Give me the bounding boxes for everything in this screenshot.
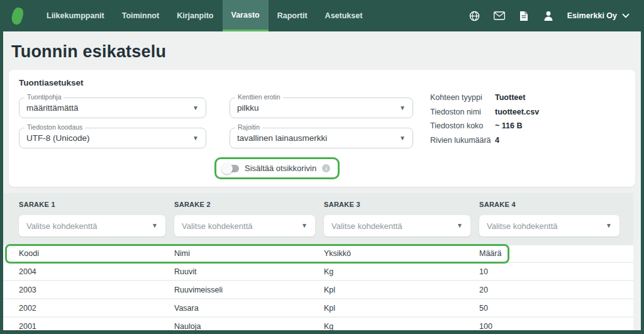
- app-window: Liikekumppanit Toiminnot Kirjanpito Vara…: [0, 0, 644, 334]
- preview-table: SARAKE 1 Valitse kohdekenttä ▼ SARAKE 2 …: [3, 193, 633, 334]
- nav-item-toiminnot[interactable]: Toiminnot: [113, 0, 168, 31]
- info-row-tiedoston-koko: Tiedoston koko ~ 116 B: [430, 121, 539, 130]
- table-row: 2002 Vasara Kpl 50: [3, 299, 633, 318]
- select-tiedoston-koodaus[interactable]: Tiedoston koodaus UTF-8 (Unicode) ▼: [19, 128, 206, 148]
- select-label: Rajoitin: [235, 123, 262, 131]
- select-value: määrittämättä: [26, 103, 79, 113]
- mail-icon[interactable]: [494, 10, 505, 21]
- select-value: tavallinen lainausmerkki: [237, 133, 327, 143]
- select-label: Kenttien erotin: [235, 93, 283, 101]
- column-mapper-2: SARAKE 2 Valitse kohdekenttä ▼: [174, 201, 324, 237]
- cell: 20: [479, 286, 633, 294]
- dropdown-arrow-icon: ▼: [606, 223, 612, 229]
- table-row: 2001 Nauloja Kg 100: [3, 318, 633, 334]
- cell: Nauloja: [174, 322, 324, 331]
- info-label: Tiedoston koko: [430, 121, 495, 130]
- cell: 100: [479, 322, 633, 331]
- cell: 2002: [19, 304, 174, 313]
- select-placeholder: Valitse kohdekenttä: [487, 221, 558, 231]
- dropdown-arrow-icon: ▼: [399, 105, 406, 111]
- dropdown-arrow-icon: ▼: [192, 135, 199, 142]
- info-row-kohteen-tyyppi: Kohteen tyyppi Tuotteet: [430, 93, 539, 102]
- document-icon[interactable]: [518, 10, 530, 21]
- account-name: Esimerkki Oy: [567, 11, 617, 20]
- column-mapper-4: SARAKE 4 Valitse kohdekenttä ▼: [479, 201, 628, 237]
- top-nav: Liikekumppanit Toiminnot Kirjanpito Vara…: [3, 0, 641, 31]
- select-tuontipohja[interactable]: Tuontipohja määrittämättä ▼: [19, 97, 206, 118]
- chevron-down-icon: [622, 13, 630, 18]
- nav-item-kirjanpito[interactable]: Kirjanpito: [168, 0, 222, 31]
- dropdown-arrow-icon: ▼: [399, 135, 406, 142]
- dropdown-arrow-icon: ▼: [301, 223, 308, 229]
- header-row-toggle[interactable]: [223, 165, 239, 172]
- nav-right-actions: Esimerkki Oy: [469, 0, 641, 31]
- cell: Ruuvimeisseli: [174, 286, 324, 294]
- info-icon[interactable]: i: [322, 164, 330, 172]
- column-mapper-1: SARAKE 1 Valitse kohdekenttä ▼: [19, 201, 174, 237]
- info-row-rivien-lukumaara: Rivien lukumäärä 4: [430, 136, 539, 145]
- column-header: SARAKE 1: [19, 201, 165, 208]
- cell: 2003: [19, 286, 174, 294]
- info-value: ~ 116 B: [495, 121, 522, 130]
- select-label: Tiedoston koodaus: [25, 123, 85, 131]
- preview-rows: Koodi Nimi Yksikkö Määrä 2004 Ruuvit Kg …: [3, 245, 633, 334]
- info-value: Tuotteet: [495, 93, 525, 102]
- cell: Kg: [324, 322, 479, 331]
- column-mapper-3: SARAKE 3 Valitse kohdekenttä ▼: [324, 201, 479, 237]
- column-header: SARAKE 3: [324, 201, 470, 208]
- info-value: 4: [495, 136, 499, 145]
- info-value: tuotteet.csv: [495, 108, 539, 116]
- cell: Kpl: [324, 286, 479, 294]
- dropdown-arrow-icon: ▼: [192, 105, 199, 111]
- select-placeholder: Valitse kohdekenttä: [182, 221, 253, 231]
- cell: 2001: [19, 322, 174, 331]
- cell: Vasara: [174, 304, 324, 313]
- select-placeholder: Valitse kohdekenttä: [331, 221, 402, 231]
- cell: Määrä: [479, 249, 633, 258]
- info-label: Tiedoston nimi: [430, 108, 495, 116]
- cell: 10: [479, 267, 633, 276]
- leaf-logo-icon: [9, 6, 25, 26]
- info-row-tiedoston-nimi: Tiedoston nimi tuotteet.csv: [430, 108, 539, 116]
- globe-icon[interactable]: [469, 10, 480, 21]
- dropdown-arrow-icon: ▼: [457, 223, 463, 229]
- info-label: Kohteen tyyppi: [430, 93, 495, 102]
- cell: 50: [479, 304, 633, 313]
- import-settings-card: Tuontiasetukset Tuontipohja määrittämätt…: [9, 70, 635, 187]
- select-label: Tuontipohja: [25, 93, 64, 101]
- nav-item-varasto[interactable]: Varasto: [223, 0, 269, 31]
- main-menu: Liikekumppanit Toiminnot Kirjanpito Vara…: [38, 0, 371, 31]
- select-rajoitin[interactable]: Rajoitin tavallinen lainausmerkki ▼: [230, 128, 413, 148]
- target-field-select-4[interactable]: Valitse kohdekenttä ▼: [479, 215, 619, 237]
- target-field-select-1[interactable]: Valitse kohdekenttä ▼: [19, 215, 165, 237]
- cell: Ruuvit: [174, 267, 324, 276]
- user-icon[interactable]: [543, 10, 554, 21]
- page-title: Tuonnin esikatselu: [11, 42, 641, 62]
- target-field-select-2[interactable]: Valitse kohdekenttä ▼: [174, 215, 315, 237]
- nav-item-liikekumppanit[interactable]: Liikekumppanit: [38, 0, 113, 31]
- select-kenttien-erotin[interactable]: Kenttien erotin pilkku ▼: [230, 97, 413, 118]
- nav-item-raportit[interactable]: Raportit: [269, 0, 316, 31]
- cell: Kpl: [324, 304, 479, 313]
- column-header: SARAKE 4: [479, 201, 619, 208]
- toggle-knob: [221, 163, 233, 174]
- column-header: SARAKE 2: [174, 201, 315, 208]
- cell: Kg: [324, 267, 479, 276]
- target-field-select-3[interactable]: Valitse kohdekenttä ▼: [324, 215, 470, 237]
- account-menu[interactable]: Esimerkki Oy: [567, 11, 630, 20]
- select-value: UTF-8 (Unicode): [26, 133, 90, 143]
- select-value: pilkku: [237, 103, 259, 113]
- table-row-header: Koodi Nimi Yksikkö Määrä: [3, 245, 633, 263]
- info-label: Rivien lukumäärä: [430, 136, 495, 145]
- file-info-panel: Kohteen tyyppi Tuotteet Tiedoston nimi t…: [430, 93, 539, 150]
- column-mapping-band: SARAKE 1 Valitse kohdekenttä ▼ SARAKE 2 …: [3, 193, 633, 245]
- nav-item-asetukset[interactable]: Asetukset: [316, 0, 372, 31]
- brand-logo[interactable]: [12, 0, 23, 31]
- annotation-highlight-toggle: Sisältää otsikkorivin i: [214, 157, 340, 179]
- cell: Nimi: [174, 249, 324, 258]
- dropdown-arrow-icon: ▼: [152, 223, 158, 229]
- cell: Koodi: [19, 249, 174, 258]
- settings-heading: Tuontiasetukset: [19, 78, 625, 87]
- cell: Yksikkö: [324, 249, 479, 258]
- toggle-label: Sisältää otsikkorivin: [245, 164, 316, 173]
